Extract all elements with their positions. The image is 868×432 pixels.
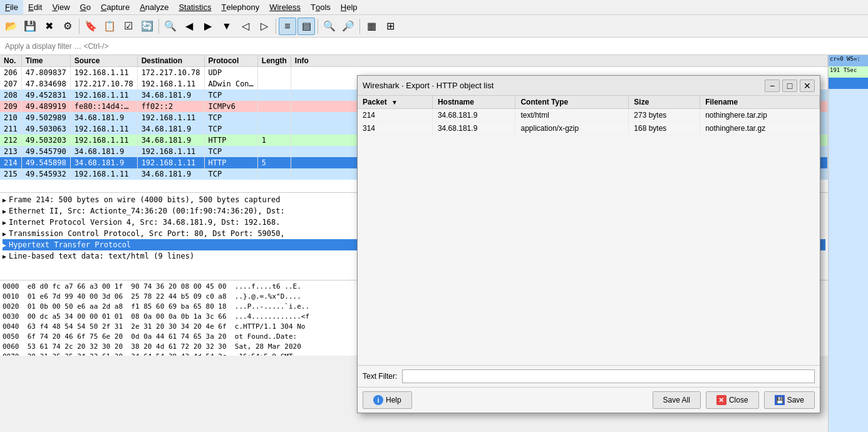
menu-analyze[interactable]: Analyze [135,0,173,14]
packet-cell-time: 49.452831 [21,90,70,101]
packet-cell-time: 49.489919 [21,101,70,112]
toolbar-next-btn[interactable]: ▷ [256,18,273,35]
toolbar-save-btn[interactable]: 💾 [21,18,39,35]
menu-bar: File Edit View Go Capture Analyze Statis… [0,0,868,15]
packet-cell-proto: UDP [204,67,257,78]
object-cell-size: 168 bytes [629,122,700,135]
toolbar-autoscroll-btn[interactable]: ≡ [279,18,296,35]
toolbar-zoom-out-btn[interactable]: 🔎 [339,18,357,35]
dialog-maximize-btn[interactable]: □ [782,80,797,92]
toolbar-down-btn[interactable]: ▼ [218,18,235,35]
toolbar-bookmark-btn[interactable]: 🔖 [82,18,100,35]
packet-cell-dst: 34.68.181.9 [137,135,204,146]
col-length[interactable]: Length [257,55,291,67]
col-source[interactable]: Source [70,55,137,67]
packet-cell-src: 192.168.1.11 [70,90,137,101]
toolbar-close-btn[interactable]: ✖ [40,18,58,35]
toolbar-options-btn[interactable]: ⚙ [59,18,76,35]
packet-cell-dst: 192.168.1.11 [137,78,204,90]
toolbar-sep-4 [318,19,318,34]
object-cell-content_type: application/x-gzip [515,122,629,135]
packet-cell-len [257,101,291,112]
help-button[interactable]: i Help [363,391,412,409]
detail-arrow: ▶ [3,242,6,249]
packet-cell-src: 172.217.10.78 [70,78,137,90]
packet-cell-proto: ADwin Con… [204,78,257,90]
menu-view[interactable]: View [47,0,75,14]
dialog-content: Packet ▼ Hostname Content Type Size File… [358,96,820,365]
object-cell-filename: nothinghere.tar.gz [700,122,820,135]
packet-cell-dst: 34.68.181.9 [137,123,204,135]
col-destination[interactable]: Destination [137,55,204,67]
dialog-close-btn[interactable]: ✕ [800,80,815,92]
packet-cell-proto: TCP [204,146,257,157]
packet-cell-no: 213 [0,146,21,157]
toolbar-cols-btn[interactable]: ▦ [363,18,380,35]
menu-help[interactable]: Help [336,0,363,14]
toolbar-open-btn[interactable]: 📂 [3,18,20,35]
packet-cell-len [257,146,291,157]
menu-statistics[interactable]: Statistics [173,0,216,14]
close-button[interactable]: ✕ Close [706,391,759,409]
save-button[interactable]: 💾 Save [764,391,815,409]
col-info[interactable]: Info [291,55,827,67]
menu-file[interactable]: File [0,0,23,14]
toolbar-search-btn[interactable]: 🔍 [162,18,179,35]
obj-col-hostname[interactable]: Hostname [432,96,515,109]
col-protocol[interactable]: Protocol [204,55,257,67]
packet-cell-time: 49.545932 [21,168,70,180]
detail-text: Line-based text data: text/html (9 lines… [9,252,194,260]
packet-cell-src: 192.168.1.11 [70,123,137,135]
filter-bar [0,38,868,55]
text-filter-row: Text Filter: [358,365,820,387]
col-time[interactable]: Time [21,55,70,67]
toolbar-prev-btn[interactable]: ◁ [237,18,254,35]
text-filter-input[interactable] [402,369,815,383]
save-all-button[interactable]: Save All [653,391,701,409]
packet-cell-no: 212 [0,135,21,146]
toolbar-prefs-btn[interactable]: ⊞ [381,18,399,35]
toolbar-sep-1 [79,19,80,34]
packet-cell-len [257,112,291,123]
detail-text: Hypertext Transfer Protocol [9,240,131,249]
packet-cell-len: 1 [257,135,291,146]
packet-cell-proto: HTTP [204,135,257,146]
toolbar-fwd-btn[interactable]: ▶ [199,18,217,35]
menu-wireless[interactable]: Wireless [264,0,306,14]
toolbar-sep-3 [276,19,276,34]
toolbar-copy-btn[interactable]: 📋 [101,18,118,35]
dialog-controls: − □ ✕ [765,80,815,92]
packet-cell-len [257,67,291,78]
toolbar-sep-2 [158,19,159,34]
toolbar-zoom-in-btn[interactable]: 🔍 [321,18,338,35]
object-cell-size: 273 bytes [629,109,700,122]
dialog-title: Wireshark · Export · HTTP object list [363,81,493,90]
obj-col-filename[interactable]: Filename [700,96,820,109]
object-cell-packet: 314 [358,122,432,135]
toolbar: 📂 💾 ✖ ⚙ 🔖 📋 ☑ 🔄 🔍 ◀ ▶ ▼ ◁ ▷ ≡ ▤ 🔍 🔎 ▦ ⊞ [0,15,868,38]
packet-cell-len: 5 [257,157,291,168]
menu-go[interactable]: Go [75,0,96,14]
menu-capture[interactable]: Capture [96,0,135,14]
col-no[interactable]: No. [0,55,21,67]
packet-cell-no: 206 [0,67,21,78]
obj-col-content-type[interactable]: Content Type [515,96,629,109]
object-table: Packet ▼ Hostname Content Type Size File… [358,96,820,135]
menu-telephony[interactable]: Telephony [216,0,264,14]
obj-col-packet[interactable]: Packet ▼ [358,96,432,109]
packet-cell-no: 209 [0,101,21,112]
menu-tools[interactable]: Tools [306,0,336,14]
object-row[interactable]: 21434.68.181.9text/html273 bytesnothingh… [358,109,820,122]
toolbar-list-btn[interactable]: ▤ [297,18,315,35]
packet-cell-time: 47.834698 [21,78,70,90]
toolbar-refresh-btn[interactable]: 🔄 [138,18,156,35]
close-icon: ✕ [716,395,726,405]
packet-cell-dst: ff02::2 [137,101,204,112]
menu-edit[interactable]: Edit [23,0,47,14]
object-row[interactable]: 31434.68.181.9application/x-gzip168 byte… [358,122,820,135]
obj-col-size[interactable]: Size [629,96,700,109]
dialog-minimize-btn[interactable]: − [765,80,780,92]
toolbar-back-btn[interactable]: ◀ [180,18,198,35]
display-filter-input[interactable] [0,38,868,54]
toolbar-check-btn[interactable]: ☑ [120,18,137,35]
